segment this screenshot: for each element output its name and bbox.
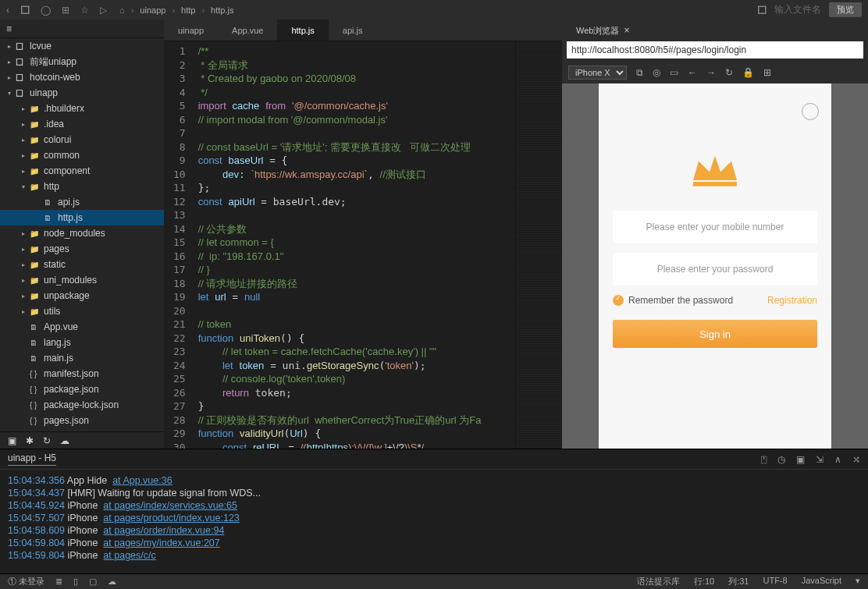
minimap[interactable]	[515, 41, 562, 449]
folder-row[interactable]: ▸📁static	[0, 257, 164, 272]
globe-icon[interactable]	[802, 103, 819, 120]
encoding[interactable]: UTF-8	[763, 576, 787, 587]
device-select[interactable]: iPhone X	[568, 66, 627, 80]
doc-icon[interactable]: 🞏	[757, 5, 767, 16]
star-icon[interactable]: ☆	[80, 5, 89, 16]
lock-icon[interactable]: 🔒	[742, 67, 754, 78]
folder-row[interactable]: ▸📁uni_modules	[0, 272, 164, 288]
cloud-icon[interactable]: ☁	[108, 577, 116, 587]
browser-tab[interactable]: Web浏览器 ×	[568, 22, 637, 40]
collapse-icon[interactable]: ∧	[834, 454, 841, 465]
folder-row[interactable]: ▸📁common	[0, 147, 164, 163]
browser-tab-label: Web浏览器	[576, 25, 619, 37]
file-icon[interactable]: 🞏	[20, 5, 30, 16]
editor-tab[interactable]: App.vue	[218, 20, 277, 41]
folder-row[interactable]: ▾📁http	[0, 179, 164, 194]
sidebar-footer: ▣ ✱ ↻ ☁	[0, 431, 164, 449]
signin-button[interactable]: Sign in	[613, 320, 817, 348]
source-link[interactable]: at pages/my/index.vue:207	[103, 538, 219, 548]
file-row[interactable]: { }pages.json	[0, 413, 164, 428]
menu-icon[interactable]: ≡	[6, 23, 12, 34]
external-icon[interactable]: ⧉	[636, 67, 643, 78]
address-bar[interactable]: http://localhost:8080/h5#/pages/login/lo…	[567, 41, 863, 59]
lock-icon[interactable]: ⍞	[761, 454, 767, 465]
chevron-icon[interactable]: ▾	[856, 576, 860, 587]
code-area[interactable]: /** * 全局请求 * Created by gaobo on 2020/08…	[192, 41, 515, 449]
preview-button[interactable]: 预览	[829, 2, 862, 17]
grid-icon[interactable]: ⊞	[763, 67, 771, 78]
language[interactable]: JavaScript	[802, 576, 841, 587]
source-link[interactable]: at pages/order/index.vue:94	[103, 525, 224, 536]
file-row[interactable]: 🗎App.vue	[0, 319, 164, 335]
console-line: 15:04:58.609 iPhone at pages/order/index…	[8, 524, 860, 537]
line-number[interactable]: 行:10	[694, 576, 714, 587]
file-row[interactable]: 🗎lang.js	[0, 335, 164, 350]
console-output[interactable]: 15:04:34.356 App Hide at App.vue:3615:04…	[0, 470, 868, 573]
folder-row[interactable]: ▸📁.idea	[0, 116, 164, 132]
phone-preview: Please enter your mobile number Please e…	[599, 83, 831, 449]
source-link[interactable]: at pages/product/index.vue:123	[103, 513, 239, 523]
registration-link[interactable]: Registration	[767, 295, 817, 306]
editor-tab[interactable]: api.js	[329, 20, 377, 41]
editor-tab[interactable]: http.js	[277, 20, 328, 41]
file-row[interactable]: 🗎main.js	[0, 350, 164, 366]
editor-tabs: uinappApp.vuehttp.jsapi.js	[164, 20, 562, 41]
password-input[interactable]: Please enter your password	[613, 253, 817, 286]
list-icon[interactable]: ≣	[55, 577, 62, 587]
back-icon[interactable]: ←	[688, 67, 697, 78]
browser-toolbar: iPhone X ⧉ ◎ ▭ ← → ↻ 🔒 ⊞	[562, 62, 868, 83]
project-row[interactable]: ▸🞏前端uniapp	[0, 54, 164, 69]
panel-icon[interactable]: ▯	[73, 577, 78, 587]
mobile-input[interactable]: Please enter your mobile number	[613, 211, 817, 243]
file-row[interactable]: { }manifest.json	[0, 366, 164, 381]
source-link[interactable]: at App.vue:36	[112, 475, 172, 486]
export-icon[interactable]: ⇲	[816, 454, 824, 465]
folder-row[interactable]: ▸📁unpackage	[0, 288, 164, 303]
folder-row[interactable]: ▸📁node_modules	[0, 225, 164, 241]
folder-row[interactable]: ▸📁pages	[0, 241, 164, 257]
user-status[interactable]: ① 未登录	[8, 576, 44, 587]
console-line: 15:04:57.507 iPhone at pages/product/ind…	[8, 512, 860, 524]
folder-row[interactable]: ▸📁component	[0, 163, 164, 179]
line-gutter: 1234567891011121314151617181920212223242…	[164, 41, 192, 449]
folder-row[interactable]: ▸📁utils	[0, 303, 164, 319]
home-icon[interactable]: ⌂	[119, 5, 125, 15]
folder-row[interactable]: ▸📁.hbuilderx	[0, 101, 164, 116]
syntax-hint[interactable]: 语法提示库	[637, 576, 680, 587]
stop-icon[interactable]: ▣	[796, 454, 805, 465]
crumb[interactable]: uinapp	[140, 5, 165, 15]
project-row[interactable]: ▸🞏lcvue	[0, 38, 164, 54]
file-row[interactable]: 🗎http.js	[0, 210, 164, 225]
cloud-icon[interactable]: ☁	[60, 435, 69, 446]
forward-icon[interactable]: →	[706, 67, 716, 78]
project-row[interactable]: ▸🞏hotcoin-web	[0, 69, 164, 85]
terminal-icon[interactable]: ▣	[8, 435, 16, 446]
file-row[interactable]: { }package.json	[0, 381, 164, 397]
console-title[interactable]: uinapp - H5	[8, 452, 56, 466]
console-line: 15:04:45.924 iPhone at pages/index/servi…	[8, 499, 860, 512]
remember-checkbox[interactable]: Remember the password	[613, 295, 733, 306]
play-icon[interactable]: ▷	[100, 5, 107, 16]
circle-icon[interactable]: ◯	[41, 5, 51, 16]
source-link[interactable]: at pages/c/c	[103, 550, 155, 561]
terminal-icon[interactable]: ▢	[89, 577, 97, 587]
file-row[interactable]: 🗎api.js	[0, 194, 164, 210]
crumb[interactable]: http.js	[211, 5, 233, 15]
sync-icon[interactable]: ↻	[43, 435, 51, 446]
target-icon[interactable]: ◎	[653, 67, 660, 78]
back-icon[interactable]: ‹	[6, 5, 9, 16]
source-link[interactable]: at pages/index/services.vue:65	[103, 500, 237, 511]
clock-icon[interactable]: ◷	[777, 454, 785, 465]
crumb[interactable]: http	[181, 5, 195, 15]
editor-tab[interactable]: uinapp	[164, 20, 218, 41]
grid-icon[interactable]: ⊞	[62, 5, 69, 16]
bug-icon[interactable]: ✱	[26, 435, 34, 446]
reload-icon[interactable]: ↻	[725, 67, 733, 78]
file-row[interactable]: { }package-lock.json	[0, 397, 164, 413]
rect-icon[interactable]: ▭	[670, 67, 678, 78]
project-row[interactable]: ▾🞏uinapp	[0, 85, 164, 101]
folder-row[interactable]: ▸📁colorui	[0, 132, 164, 147]
col-number[interactable]: 列:31	[728, 576, 749, 587]
close-icon[interactable]: ×	[624, 25, 629, 36]
toggle-icon[interactable]: ⤭	[852, 454, 860, 465]
